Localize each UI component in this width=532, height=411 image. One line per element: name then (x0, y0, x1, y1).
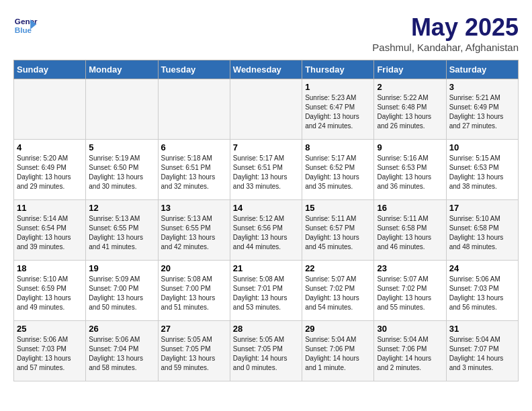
calendar-cell: 7Sunrise: 5:17 AM Sunset: 6:51 PM Daylig… (230, 140, 302, 200)
day-info: Sunrise: 5:16 AM Sunset: 6:53 PM Dayligh… (377, 154, 443, 191)
calendar-cell: 4Sunrise: 5:20 AM Sunset: 6:49 PM Daylig… (14, 140, 86, 200)
day-number: 12 (89, 203, 154, 213)
day-info: Sunrise: 5:06 AM Sunset: 7:03 PM Dayligh… (449, 275, 515, 312)
day-info: Sunrise: 5:04 AM Sunset: 7:06 PM Dayligh… (305, 335, 371, 373)
day-info: Sunrise: 5:04 AM Sunset: 7:06 PM Dayligh… (377, 335, 443, 373)
day-number: 29 (305, 324, 371, 334)
calendar-cell: 8Sunrise: 5:17 AM Sunset: 6:52 PM Daylig… (302, 140, 374, 200)
calendar-cell: 21Sunrise: 5:08 AM Sunset: 7:01 PM Dayli… (230, 261, 302, 321)
calendar-cell: 23Sunrise: 5:07 AM Sunset: 7:02 PM Dayli… (374, 261, 446, 321)
calendar-cell: 20Sunrise: 5:08 AM Sunset: 7:00 PM Dayli… (158, 261, 230, 321)
day-info: Sunrise: 5:11 AM Sunset: 6:58 PM Dayligh… (377, 214, 443, 252)
day-info: Sunrise: 5:10 AM Sunset: 6:58 PM Dayligh… (449, 214, 515, 252)
day-info: Sunrise: 5:15 AM Sunset: 6:53 PM Dayligh… (449, 154, 515, 191)
calendar-cell: 31Sunrise: 5:04 AM Sunset: 7:07 PM Dayli… (446, 321, 518, 381)
day-info: Sunrise: 5:13 AM Sunset: 6:55 PM Dayligh… (161, 214, 227, 252)
day-info: Sunrise: 5:09 AM Sunset: 7:00 PM Dayligh… (89, 275, 154, 312)
logo-icon: General Blue (13, 13, 38, 38)
calendar-cell: 13Sunrise: 5:13 AM Sunset: 6:55 PM Dayli… (158, 200, 230, 261)
calendar-header-friday: Friday (374, 60, 446, 79)
calendar-cell (14, 79, 86, 140)
day-info: Sunrise: 5:13 AM Sunset: 6:55 PM Dayligh… (89, 214, 154, 252)
day-info: Sunrise: 5:06 AM Sunset: 7:04 PM Dayligh… (89, 335, 154, 373)
day-number: 26 (89, 324, 154, 334)
svg-text:Blue: Blue (15, 26, 32, 34)
logo: General Blue (13, 13, 38, 38)
day-number: 31 (449, 324, 515, 334)
calendar-cell: 5Sunrise: 5:19 AM Sunset: 6:50 PM Daylig… (86, 140, 158, 200)
day-number: 1 (305, 82, 371, 92)
day-info: Sunrise: 5:19 AM Sunset: 6:50 PM Dayligh… (89, 154, 154, 191)
day-number: 30 (377, 324, 443, 334)
day-number: 27 (161, 324, 227, 334)
calendar-cell: 17Sunrise: 5:10 AM Sunset: 6:58 PM Dayli… (446, 200, 518, 261)
calendar-cell: 19Sunrise: 5:09 AM Sunset: 7:00 PM Dayli… (86, 261, 158, 321)
header: General Blue May 2025 Pashmul, Kandahar,… (13, 13, 519, 53)
calendar-cell: 30Sunrise: 5:04 AM Sunset: 7:06 PM Dayli… (374, 321, 446, 381)
day-number: 11 (17, 203, 83, 213)
calendar-cell: 1Sunrise: 5:23 AM Sunset: 6:47 PM Daylig… (302, 79, 374, 140)
calendar-cell: 25Sunrise: 5:06 AM Sunset: 7:03 PM Dayli… (14, 321, 86, 381)
title-section: May 2025 Pashmul, Kandahar, Afghanistan (372, 13, 519, 53)
day-number: 5 (89, 142, 154, 152)
calendar-cell: 11Sunrise: 5:14 AM Sunset: 6:54 PM Dayli… (14, 200, 86, 261)
day-info: Sunrise: 5:11 AM Sunset: 6:57 PM Dayligh… (305, 214, 371, 252)
day-info: Sunrise: 5:06 AM Sunset: 7:03 PM Dayligh… (17, 335, 83, 373)
calendar-header-row: SundayMondayTuesdayWednesdayThursdayFrid… (14, 60, 519, 79)
calendar-cell: 2Sunrise: 5:22 AM Sunset: 6:48 PM Daylig… (374, 79, 446, 140)
calendar-cell: 14Sunrise: 5:12 AM Sunset: 6:56 PM Dayli… (230, 200, 302, 261)
day-number: 2 (377, 82, 443, 92)
calendar-header-tuesday: Tuesday (158, 60, 230, 79)
day-number: 9 (377, 142, 443, 152)
calendar-header-monday: Monday (86, 60, 158, 79)
day-info: Sunrise: 5:07 AM Sunset: 7:02 PM Dayligh… (305, 275, 371, 312)
calendar-header-sunday: Sunday (14, 60, 86, 79)
day-number: 10 (449, 142, 515, 152)
day-info: Sunrise: 5:08 AM Sunset: 7:00 PM Dayligh… (161, 275, 227, 312)
calendar-cell: 16Sunrise: 5:11 AM Sunset: 6:58 PM Dayli… (374, 200, 446, 261)
day-info: Sunrise: 5:20 AM Sunset: 6:49 PM Dayligh… (17, 154, 83, 191)
day-info: Sunrise: 5:18 AM Sunset: 6:51 PM Dayligh… (161, 154, 227, 191)
calendar-week-4: 18Sunrise: 5:10 AM Sunset: 6:59 PM Dayli… (14, 261, 519, 321)
day-number: 14 (233, 203, 299, 213)
calendar-cell: 6Sunrise: 5:18 AM Sunset: 6:51 PM Daylig… (158, 140, 230, 200)
calendar-table: SundayMondayTuesdayWednesdayThursdayFrid… (13, 60, 519, 381)
calendar-cell: 29Sunrise: 5:04 AM Sunset: 7:06 PM Dayli… (302, 321, 374, 381)
day-info: Sunrise: 5:05 AM Sunset: 7:05 PM Dayligh… (161, 335, 227, 373)
calendar-cell (86, 79, 158, 140)
day-info: Sunrise: 5:04 AM Sunset: 7:07 PM Dayligh… (449, 335, 515, 373)
calendar-header-thursday: Thursday (302, 60, 374, 79)
calendar-cell: 9Sunrise: 5:16 AM Sunset: 6:53 PM Daylig… (374, 140, 446, 200)
calendar-cell: 18Sunrise: 5:10 AM Sunset: 6:59 PM Dayli… (14, 261, 86, 321)
day-info: Sunrise: 5:23 AM Sunset: 6:47 PM Dayligh… (305, 93, 371, 131)
day-number: 28 (233, 324, 299, 334)
calendar-cell: 26Sunrise: 5:06 AM Sunset: 7:04 PM Dayli… (86, 321, 158, 381)
main-title: May 2025 (372, 13, 519, 42)
day-info: Sunrise: 5:10 AM Sunset: 6:59 PM Dayligh… (17, 275, 83, 312)
day-number: 3 (449, 82, 515, 92)
calendar-cell: 12Sunrise: 5:13 AM Sunset: 6:55 PM Dayli… (86, 200, 158, 261)
day-number: 21 (233, 263, 299, 273)
calendar-body: 1Sunrise: 5:23 AM Sunset: 6:47 PM Daylig… (14, 79, 519, 381)
day-info: Sunrise: 5:07 AM Sunset: 7:02 PM Dayligh… (377, 275, 443, 312)
day-number: 18 (17, 263, 83, 273)
calendar-cell (230, 79, 302, 140)
calendar-header-saturday: Saturday (446, 60, 518, 79)
calendar-week-1: 1Sunrise: 5:23 AM Sunset: 6:47 PM Daylig… (14, 79, 519, 140)
day-number: 13 (161, 203, 227, 213)
day-info: Sunrise: 5:05 AM Sunset: 7:05 PM Dayligh… (233, 335, 299, 373)
day-info: Sunrise: 5:17 AM Sunset: 6:51 PM Dayligh… (233, 154, 299, 191)
calendar-cell: 10Sunrise: 5:15 AM Sunset: 6:53 PM Dayli… (446, 140, 518, 200)
calendar-cell: 22Sunrise: 5:07 AM Sunset: 7:02 PM Dayli… (302, 261, 374, 321)
day-number: 7 (233, 142, 299, 152)
day-number: 6 (161, 142, 227, 152)
calendar-week-5: 25Sunrise: 5:06 AM Sunset: 7:03 PM Dayli… (14, 321, 519, 381)
day-number: 16 (377, 203, 443, 213)
calendar-cell: 3Sunrise: 5:21 AM Sunset: 6:49 PM Daylig… (446, 79, 518, 140)
day-number: 20 (161, 263, 227, 273)
day-number: 4 (17, 142, 83, 152)
calendar-cell (158, 79, 230, 140)
calendar-week-2: 4Sunrise: 5:20 AM Sunset: 6:49 PM Daylig… (14, 140, 519, 200)
day-number: 15 (305, 203, 371, 213)
subtitle: Pashmul, Kandahar, Afghanistan (372, 42, 519, 53)
